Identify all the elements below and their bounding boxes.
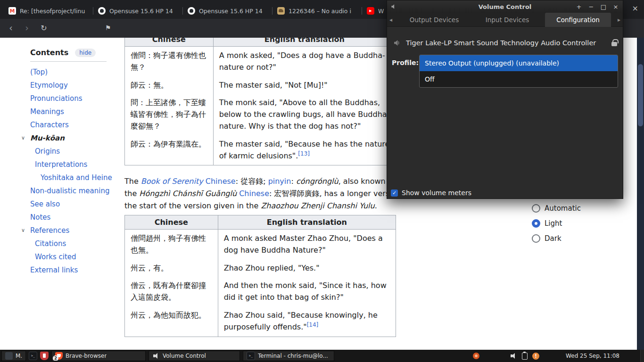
github-favicon [98,7,106,15]
browser-tab-github-1[interactable]: Opensuse 15.6 HP 14 [93,3,183,19]
notification-badge: 2 [53,355,58,361]
footnote-13-link[interactable]: [13] [298,150,310,156]
show-desktop-button[interactable] [640,350,644,362]
profile-option-off[interactable]: Off [420,71,618,87]
toc-item-citations[interactable]: Citations [30,237,117,250]
appearance-option-automatic[interactable]: Automatic [532,201,581,216]
toc-item-see-also[interactable]: See also [30,197,117,211]
toc-item-characters[interactable]: Characters [30,118,117,132]
tab-title: Opensuse 15.6 HP 14 [199,8,268,15]
taskbar-label: Mu [16,353,22,359]
tab-title: Re: [thesofproject/linu [20,8,89,15]
chinese-link[interactable]: Chinese [206,177,236,186]
toc-item-etymology[interactable]: Etymology [30,79,117,92]
tab-output-devices[interactable]: Output Devices [401,13,467,27]
youtube-favicon: ▶ [367,7,374,15]
toc-item-mu-koan[interactable]: ∨ Mu-kōan [30,132,117,145]
toc-list: (Top) Etymology Pronunciations Meanings … [30,66,117,277]
toc-item-references[interactable]: ∨ References [30,224,117,237]
toc-hide-button[interactable]: hide [75,49,96,57]
radio-dark[interactable] [532,234,540,243]
taskbar-label: Terminal - chris-mu@lo... [258,353,328,359]
speaker-icon [152,352,160,360]
scrollbar-thumb[interactable] [638,64,643,126]
toc-item-notes[interactable]: Notes [30,211,117,224]
back-button[interactable]: ‹ [5,23,17,34]
bugzilla-favicon [277,7,285,15]
page-scrollbar[interactable] [637,38,644,350]
appearance-option-light[interactable]: Light [532,216,581,231]
tray-app-icon[interactable] [473,353,479,359]
taskbar-label: Volume Control [163,353,206,359]
browser-close-icon[interactable]: × [632,5,638,12]
toc-item-interpretations[interactable]: Interpretations [30,158,117,171]
mu-app-icon [5,352,13,360]
window-titlebar[interactable]: Volume Control + − □ × [387,0,623,13]
gmail-favicon: M [8,7,16,15]
chevron-down-icon[interactable]: ∨ [21,224,25,237]
book-of-serenity-link[interactable]: Book of Serenity [141,177,203,186]
show-volume-meters-row[interactable]: ✓ Show volume meters [391,189,471,197]
browser-tab-bugzilla[interactable]: 1226346 – No audio i [272,3,362,19]
toc-item-yoshitaka-heine[interactable]: Yoshitaka and Heine [30,171,117,184]
profile-label: Profile: [392,59,419,66]
reload-button[interactable]: ↻ [38,23,50,34]
taskbar-clock[interactable]: Wed 25 Sep, 11:08 [566,353,619,359]
appearance-option-dark[interactable]: Dark [532,231,581,246]
koan-table-1: Chinese English translation 僧問：狗子還有佛性也無？… [124,38,396,165]
toc-item-origins[interactable]: Origins [30,145,117,158]
toc-item-works-cited[interactable]: Works cited [30,250,117,263]
toc-item-non-dualistic[interactable]: Non-dualistic meaning [30,184,117,197]
audio-device-name: Tiger Lake-LP Smart Sound Technology Aud… [406,39,607,47]
volume-control-window: Volume Control + − □ × ◂ Output Devices … [387,0,623,199]
radio-label: Light [545,219,562,228]
toc-item-pronunciations[interactable]: Pronunciations [30,92,117,105]
forward-button[interactable]: › [21,23,33,34]
lock-icon[interactable] [611,42,617,46]
english-cell: A monk asked, "Does a dog have a Buddha-… [213,47,396,165]
close-button[interactable]: × [612,3,619,10]
toc-item-external-links[interactable]: External links [30,263,117,277]
clipboard-tray-icon[interactable] [522,353,528,360]
chevron-down-icon[interactable]: ∨ [21,132,25,145]
tab-scroll-left-icon[interactable]: ◂ [389,13,392,27]
taskbar-button-terminal[interactable]: >_ Terminal - chris-mu@lo... [243,351,334,361]
pin-window-button[interactable]: + [576,3,582,10]
taskbar-button-volume-control[interactable]: Volume Control [149,351,240,361]
toc-title: Contents [30,48,68,57]
tab-configuration[interactable]: Configuration [545,13,611,27]
tab-scroll-right-icon[interactable]: ▸ [618,13,620,27]
profile-option-stereo-output[interactable]: Stereo Output (unplugged) (unavailable) [420,55,618,71]
show-volume-meters-checkbox[interactable]: ✓ [391,189,398,197]
shield-launcher-icon[interactable] [40,352,49,360]
volume-tray-icon[interactable] [510,352,517,360]
toc-item-meanings[interactable]: Meanings [30,105,117,118]
browser-tab-github-2[interactable]: Opensuse 15.6 HP 14 [183,3,272,19]
chinese-cell: 僧問：狗子還有佛性也無？ 師云：無。 問：上至諸佛，下至螻蟻皆有佛性，狗子為什麼… [125,47,214,165]
github-favicon [188,7,195,15]
footnote-14-link[interactable]: [14] [307,321,319,328]
tab-input-devices[interactable]: Input Devices [474,13,540,27]
audio-card-icon [393,39,401,47]
chinese-cell: 僧問趙州，狗子有佛性也無。 州云，有。 僧云，既有為什麼卻撞入這箇皮袋。 州云，… [125,230,218,337]
toc-header: Contents hide [30,48,107,62]
bookmark-icon[interactable]: ⚑ [102,23,114,34]
radio-automatic[interactable] [532,204,540,213]
browser-tab-gmail[interactable]: M Re: [thesofproject/linu [4,3,93,19]
terminal-launcher-icon[interactable]: >_ [29,352,37,360]
toc-item-top[interactable]: (Top) [30,66,117,79]
paragraph-line-2: the Hóngzhì Chánshī Guǎnglù Chinese: 宏智禪… [124,188,419,200]
taskbar-button-mu[interactable]: Mu [1,351,26,361]
profile-dropdown-list: Stereo Output (unplugged) (unavailable) … [419,55,618,88]
updates-warning-icon[interactable]: ! [532,353,539,360]
pinyin-link[interactable]: pinyin [268,177,291,186]
taskbar-button-brave[interactable]: 2 Brave-browser [51,351,146,361]
radio-light-selected[interactable] [532,219,540,228]
column-header-english: English translation [213,38,396,47]
minimize-button[interactable]: − [588,3,594,10]
show-volume-meters-label: Show volume meters [402,189,471,197]
maximize-button[interactable]: □ [600,3,607,10]
paragraph-line-1: The Book of Serenity Chinese: 從容錄; pinyi… [124,175,419,188]
table-of-contents: Contents hide (Top) Etymology Pronunciat… [30,48,117,277]
chinese-link[interactable]: Chinese [239,189,269,198]
